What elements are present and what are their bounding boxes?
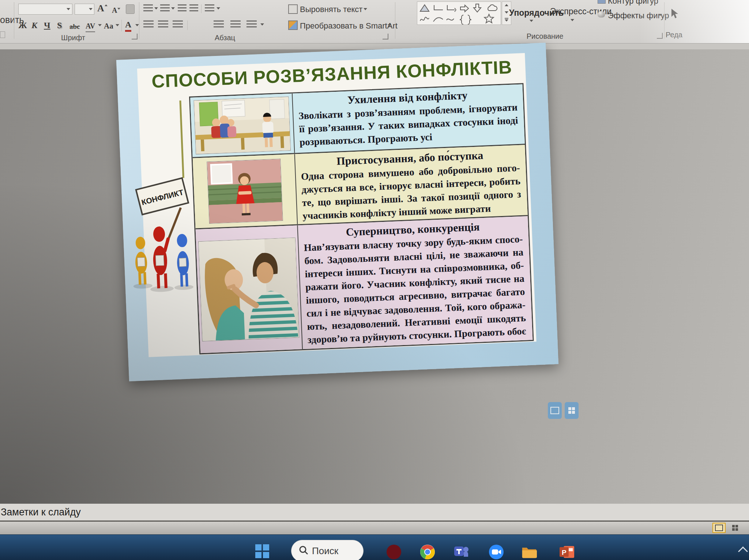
down-arrow-icon — [474, 4, 481, 12]
chevron-down-icon[interactable] — [98, 24, 102, 26]
slide-canvas[interactable]: СПОСОБИ РОЗВ’ЯЗАННЯ КОНФЛІКТІВ КОНФЛИКТ — [116, 43, 558, 381]
chevron-down-icon[interactable] — [135, 24, 139, 26]
font-dialog-launcher-icon[interactable] — [132, 34, 138, 39]
decrease-indent-icon[interactable] — [178, 4, 187, 12]
select-cursor-icon[interactable] — [670, 8, 679, 19]
chevron-down-icon[interactable] — [154, 7, 158, 10]
table-row: Суперництво, конкуренція Нав’язувати вла… — [196, 216, 533, 353]
slide-table[interactable]: Ухилення від конфлікту Зволікати з розв’… — [189, 83, 534, 354]
photo-arguing-man-and-woman[interactable] — [198, 237, 300, 341]
chevron-down-icon — [89, 8, 93, 10]
grid-view-icon[interactable] — [729, 523, 742, 533]
slide-title[interactable]: СПОСОБИ РОЗВ’ЯЗАННЯ КОНФЛІКТІВ — [117, 55, 547, 94]
text-shadow-button[interactable]: S — [57, 20, 62, 31]
shrink-font-button[interactable]: А — [112, 5, 117, 16]
divider — [187, 20, 188, 30]
row2-heading: Пристосування, або по́ступка — [300, 147, 520, 170]
chevron-down-icon[interactable] — [364, 8, 367, 10]
shapes-gallery[interactable] — [417, 1, 501, 25]
scroll-up-icon[interactable] — [505, 4, 508, 6]
conflict-clipart[interactable]: КОНФЛИКТ — [124, 161, 197, 294]
more-shapes-icon[interactable] — [505, 18, 508, 19]
powerpoint-letter: P — [562, 549, 567, 556]
bullets-icon[interactable] — [143, 4, 153, 12]
notes-panel[interactable]: Заметки к слайду — [0, 504, 749, 521]
chevron-down-icon[interactable] — [217, 7, 220, 10]
paragraph-group-label: Абзац — [203, 34, 247, 42]
row2-photo-cell — [193, 154, 298, 228]
left-brace-icon — [460, 15, 463, 24]
normal-view-icon[interactable] — [712, 523, 726, 533]
clear-formatting-icon[interactable] — [126, 4, 135, 14]
drawing-dialog-launcher-icon[interactable] — [657, 33, 663, 39]
align-right-icon[interactable] — [173, 20, 183, 29]
font-size-combobox[interactable] — [75, 4, 94, 15]
star-icon — [485, 14, 494, 23]
chevron-down-icon[interactable] — [658, 14, 662, 16]
chevron-down-icon[interactable] — [530, 20, 533, 22]
group-separator — [664, 2, 665, 39]
slide-background — [137, 53, 537, 357]
shape-outline-button[interactable]: Контур фигур — [608, 0, 658, 6]
taskbar-search[interactable]: Поиск — [291, 540, 364, 560]
align-text-button[interactable]: Выровнять текст — [300, 5, 362, 14]
italic-button[interactable]: К — [31, 20, 37, 31]
chevron-down-icon[interactable] — [116, 24, 119, 26]
chevron-down-icon — [67, 8, 70, 10]
photo-girl-on-bench[interactable] — [207, 159, 283, 224]
more-shapes-caret[interactable] — [505, 19, 508, 22]
distribute-icon[interactable] — [230, 20, 241, 29]
align-left-icon[interactable] — [143, 20, 154, 29]
chevron-down-icon[interactable] — [388, 24, 391, 26]
red-app-icon[interactable] — [386, 544, 402, 560]
zoom-app-icon[interactable] — [489, 544, 504, 560]
taskbar: Поиск P — [0, 534, 749, 560]
align-text-icon — [288, 4, 298, 14]
increase-indent-icon[interactable] — [189, 4, 198, 12]
window-glyph — [715, 525, 723, 531]
justify-icon[interactable] — [214, 20, 224, 29]
align-center-icon[interactable] — [158, 20, 168, 29]
arrange-button[interactable]: Упорядочить — [509, 8, 553, 18]
change-case-button[interactable]: Aa — [104, 20, 113, 31]
table-row: Ухилення від конфлікту Зволікати з розв’… — [190, 84, 525, 158]
columns-icon[interactable] — [246, 20, 257, 29]
screen-glare — [639, 0, 749, 43]
triangle-icon — [420, 5, 429, 11]
search-icon — [299, 545, 308, 555]
strikethrough-button[interactable]: abc — [69, 21, 80, 32]
convert-to-smartart-button[interactable]: Преобразовать в SmartArt — [300, 21, 398, 31]
row1-heading: Ухилення від конфлікту — [298, 86, 517, 109]
shape-effects-icon — [598, 11, 605, 18]
teams-icon[interactable] — [453, 544, 469, 560]
font-name-combobox[interactable] — [18, 4, 72, 15]
font-color-button[interactable]: А — [125, 19, 131, 32]
search-placeholder: Поиск — [312, 545, 338, 557]
numbering-icon[interactable] — [160, 4, 170, 12]
start-button[interactable] — [255, 544, 269, 558]
powerpoint-icon[interactable]: P — [560, 544, 575, 560]
character-spacing-button[interactable]: AV — [86, 20, 95, 32]
row1-body: Зволікати з розв’язанням проблеми, ігнор… — [298, 101, 519, 149]
chevron-down-icon[interactable] — [171, 7, 175, 10]
row3-photo-cell — [196, 226, 303, 353]
smartart-icon — [288, 20, 298, 30]
tray-chevron-up-icon[interactable] — [738, 546, 748, 556]
bold-button[interactable]: Ж — [18, 20, 27, 31]
underline-button[interactable]: Ч — [44, 20, 50, 31]
photo-children-on-bench[interactable] — [193, 97, 291, 154]
grid-icon — [568, 407, 575, 414]
slide-grid-button[interactable] — [565, 402, 579, 419]
grow-font-button[interactable]: А — [97, 3, 104, 14]
line-spacing-icon[interactable] — [205, 4, 214, 12]
caret-down-icon — [117, 8, 120, 10]
chevron-down-icon[interactable] — [571, 19, 574, 21]
drawing-group-label: Рисование — [521, 32, 569, 41]
scroll-down-icon[interactable] — [505, 11, 508, 14]
divider — [201, 4, 202, 13]
chrome-icon[interactable] — [420, 544, 435, 560]
paragraph-dialog-launcher-icon[interactable] — [383, 34, 388, 39]
slide-nav-button[interactable] — [548, 402, 562, 419]
chevron-down-icon[interactable] — [260, 23, 264, 26]
file-explorer-icon[interactable] — [522, 544, 537, 560]
